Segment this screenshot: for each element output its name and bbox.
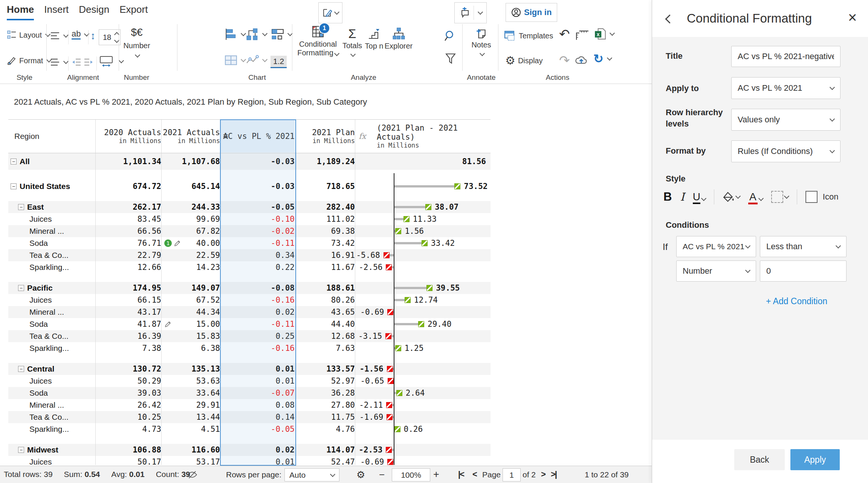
notes-button[interactable]: Notes: [467, 27, 495, 55]
table-style-button[interactable]: [225, 55, 245, 66]
format-by-select[interactable]: Rules (If Conditions): [731, 140, 840, 162]
table-row[interactable]: Mineral ...43.1744.340.0243.65-0.69: [8, 306, 491, 318]
table-row[interactable]: Juices50.1753.170.0152.47-0.69: [8, 456, 491, 466]
annotation-indicators[interactable]: [164, 318, 172, 330]
table-row[interactable]: Juices50.2953.630.0152.97-0.65: [8, 375, 491, 387]
table-row[interactable]: Soda39.0333.64-0.0736.282.64: [8, 387, 491, 399]
page-first-button[interactable]: |<: [458, 469, 464, 479]
zoom-level[interactable]: 100%: [392, 468, 430, 481]
page-next-button[interactable]: >: [541, 469, 545, 479]
icon-checkbox[interactable]: [805, 191, 818, 203]
display-button[interactable]: ⚙ Display: [505, 55, 542, 66]
table-row[interactable]: Sparkling...12.6614.230.2211.67-2.56: [8, 261, 491, 273]
drag-handle-icon[interactable]: ≡: [223, 131, 228, 142]
decrease-indent-icon[interactable]: [72, 57, 81, 67]
table-row[interactable]: East262.17244.33-0.05282.4038.07: [8, 201, 491, 213]
underline-button[interactable]: U: [693, 191, 706, 203]
search-icon[interactable]: [444, 30, 456, 42]
table-row[interactable]: Sparkling...7.386.38-0.167.631.25: [8, 342, 491, 354]
horizontal-align-button[interactable]: [50, 57, 68, 67]
table-row[interactable]: Mineral ...66.5667.82-0.0269.381.56: [8, 225, 491, 237]
font-size-input[interactable]: 18: [99, 29, 121, 45]
font-size-stepper[interactable]: [115, 33, 119, 42]
collapse-icon[interactable]: [18, 285, 24, 291]
annotation-indicators[interactable]: 1: [164, 237, 181, 249]
table-row[interactable]: Juices83.4599.69-0.10111.0211.33: [8, 213, 491, 225]
table-row[interactable]: Tea & Co...22.7922.590.3416.91-5.68: [8, 249, 491, 261]
ruler-icon[interactable]: [576, 30, 589, 41]
zoom-in-button[interactable]: +: [433, 469, 439, 480]
column-header-2021-actuals[interactable]: 2021 Actualsin Millions: [161, 120, 228, 153]
collapse-icon[interactable]: [18, 447, 24, 453]
undo-icon[interactable]: ↶: [559, 26, 570, 41]
chart-hierarchy-button[interactable]: [246, 28, 267, 41]
tab-export[interactable]: Export: [119, 4, 148, 20]
condition-field-select[interactable]: AC vs PL % 2021: [676, 236, 756, 257]
italic-button[interactable]: I: [680, 190, 684, 203]
collapse-icon[interactable]: [11, 158, 17, 165]
tab-design[interactable]: Design: [79, 4, 109, 20]
font-color-button[interactable]: A: [748, 191, 763, 203]
edited-value-icon[interactable]: [164, 320, 172, 328]
bold-button[interactable]: B: [663, 190, 672, 204]
tab-home[interactable]: Home: [7, 4, 34, 20]
fill-color-button[interactable]: [723, 191, 740, 203]
page-number-input[interactable]: [503, 468, 521, 481]
excel-export-button[interactable]: x: [594, 28, 614, 40]
page-prev-button[interactable]: <: [472, 469, 477, 479]
condition-value-input[interactable]: [760, 261, 847, 282]
column-header-2020-actuals[interactable]: 2020 Actualsin Millions: [95, 120, 169, 153]
column-width-button[interactable]: [99, 56, 123, 67]
templates-button[interactable]: Templates: [504, 30, 553, 41]
decimal-places-toggle[interactable]: 1.2: [270, 56, 287, 68]
edited-value-icon[interactable]: [174, 239, 181, 247]
condition-operator-select[interactable]: Less than: [760, 236, 847, 257]
condition-value-type-select[interactable]: Number: [676, 261, 756, 282]
table-row[interactable]: Tea & Co...16.3915.830.2512.68-3.15: [8, 330, 491, 342]
collapse-icon[interactable]: [11, 183, 17, 189]
table-row[interactable]: Midwest106.88116.600.02114.07-2.53: [8, 444, 491, 456]
title-field-input[interactable]: [731, 46, 840, 67]
table-row[interactable]: Central130.72135.130.01133.57-1.56: [8, 363, 491, 375]
number-format-button[interactable]: $€ Number: [120, 26, 154, 57]
refresh-button[interactable]: ↻: [593, 53, 611, 65]
chart-table-button[interactable]: [271, 28, 292, 41]
back-button[interactable]: Back: [734, 449, 785, 470]
totals-button[interactable]: Σ Totals: [341, 27, 364, 56]
tab-insert[interactable]: Insert: [44, 4, 69, 20]
chart-bars-button[interactable]: [225, 28, 245, 41]
comment-badge[interactable]: 1: [164, 239, 172, 247]
add-comment-button[interactable]: [454, 2, 487, 23]
text-wrap-button[interactable]: ab: [72, 29, 89, 40]
table-row[interactable]: Juices66.1567.52-0.1680.2612.74: [8, 294, 491, 306]
rows-per-page-select[interactable]: Auto: [284, 468, 339, 481]
increase-indent-icon[interactable]: [84, 57, 93, 67]
explorer-button[interactable]: Explorer: [384, 27, 414, 50]
zoom-out-button[interactable]: −: [379, 469, 385, 481]
page-last-button[interactable]: >|: [551, 469, 556, 479]
collapse-icon[interactable]: [18, 204, 24, 210]
column-header-ac-vs-pl[interactable]: ≡ AC vs PL % 2021: [220, 120, 299, 153]
sign-in-button[interactable]: Sign in: [506, 3, 557, 22]
table-row[interactable]: Soda76.7140.001-0.1173.4233.42: [8, 237, 491, 249]
add-condition-link[interactable]: + Add Condition: [766, 296, 827, 306]
redo-icon[interactable]: ↷: [559, 53, 570, 68]
rename-visual-button[interactable]: [318, 2, 342, 23]
table-row[interactable]: Sparkling...4.734.51-0.054.760.26: [8, 423, 491, 435]
apply-to-select[interactable]: AC vs PL % 2021: [731, 77, 840, 99]
table-row[interactable]: Tea & Co...10.2513.440.1411.75-1.69: [8, 411, 491, 423]
conditional-formatting-button[interactable]: 1 Conditional Formatting: [297, 26, 339, 57]
column-header-2021-plan[interactable]: 2021 Planin Millions: [295, 120, 362, 153]
collapse-icon[interactable]: [18, 366, 24, 372]
table-row[interactable]: Soda41.8715.00-0.1144.4029.40: [8, 318, 491, 330]
vertical-align-button[interactable]: [50, 31, 68, 41]
panel-back-icon[interactable]: [665, 14, 674, 23]
chevron-down-icon[interactable]: [477, 9, 483, 15]
settings-gear-icon[interactable]: ⚙: [356, 469, 365, 481]
line-chart-button[interactable]: [246, 55, 267, 66]
row-hierarchy-select[interactable]: Values only: [731, 109, 840, 131]
cloud-upload-icon[interactable]: [574, 53, 588, 65]
border-style-button[interactable]: [771, 191, 789, 203]
layout-button[interactable]: Layout: [7, 30, 50, 40]
table-row[interactable]: United States674.72645.14-0.03718.6573.5…: [8, 180, 491, 192]
